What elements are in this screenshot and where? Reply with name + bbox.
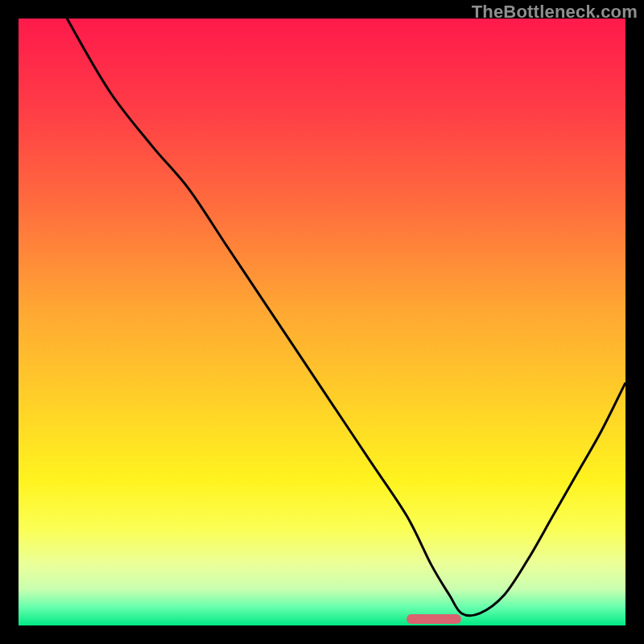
optimum-marker <box>407 614 461 624</box>
background-gradient <box>19 19 625 625</box>
chart-frame: TheBottleneck.com <box>0 0 644 644</box>
svg-rect-0 <box>19 19 625 625</box>
plot-area <box>19 19 625 625</box>
